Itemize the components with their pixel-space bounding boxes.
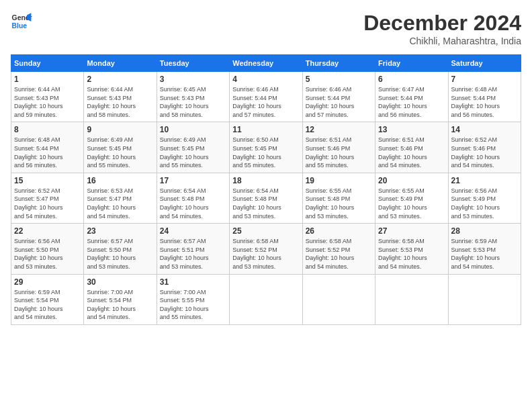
col-monday: Monday (84, 55, 157, 72)
col-sunday: Sunday (11, 55, 84, 72)
day-number: 5 (306, 75, 372, 84)
calendar-cell: 30Sunrise: 7:00 AM Sunset: 5:54 PM Dayli… (84, 274, 157, 324)
day-number: 6 (378, 75, 445, 84)
day-info: Sunrise: 6:59 AM Sunset: 5:53 PM Dayligh… (451, 237, 518, 271)
calendar-cell: 7Sunrise: 6:48 AM Sunset: 5:44 PM Daylig… (448, 72, 521, 122)
calendar-cell (375, 274, 448, 324)
calendar-cell: 12Sunrise: 6:51 AM Sunset: 5:46 PM Dayli… (302, 122, 375, 173)
day-info: Sunrise: 6:52 AM Sunset: 5:46 PM Dayligh… (451, 136, 518, 169)
calendar-cell: 28Sunrise: 6:59 AM Sunset: 5:53 PM Dayli… (448, 224, 521, 274)
day-info: Sunrise: 7:00 AM Sunset: 5:55 PM Dayligh… (160, 288, 226, 322)
svg-text:Blue: Blue (12, 22, 28, 30)
page-header: General Blue December 2024 Chikhli, Maha… (11, 11, 521, 46)
logo-icon: General Blue (11, 11, 32, 32)
day-info: Sunrise: 6:45 AM Sunset: 5:43 PM Dayligh… (160, 85, 226, 119)
day-info: Sunrise: 6:44 AM Sunset: 5:43 PM Dayligh… (14, 85, 81, 119)
calendar-cell: 21Sunrise: 6:56 AM Sunset: 5:49 PM Dayli… (448, 173, 521, 223)
day-number: 13 (378, 125, 445, 134)
day-number: 10 (160, 125, 226, 134)
calendar-cell: 20Sunrise: 6:55 AM Sunset: 5:49 PM Dayli… (375, 173, 448, 223)
calendar-cell: 25Sunrise: 6:58 AM Sunset: 5:52 PM Dayli… (230, 224, 302, 274)
day-info: Sunrise: 6:50 AM Sunset: 5:45 PM Dayligh… (232, 136, 299, 169)
day-number: 21 (451, 176, 518, 185)
day-number: 7 (451, 75, 518, 84)
col-wednesday: Wednesday (230, 55, 302, 72)
day-number: 28 (451, 226, 518, 236)
day-info: Sunrise: 6:58 AM Sunset: 5:53 PM Dayligh… (378, 237, 445, 271)
calendar-cell (302, 274, 375, 324)
calendar-cell: 18Sunrise: 6:54 AM Sunset: 5:48 PM Dayli… (230, 173, 302, 223)
calendar-week-4: 22Sunrise: 6:56 AM Sunset: 5:50 PM Dayli… (11, 224, 521, 274)
day-info: Sunrise: 6:44 AM Sunset: 5:43 PM Dayligh… (87, 85, 153, 119)
day-number: 17 (160, 176, 226, 185)
day-number: 23 (87, 226, 153, 236)
day-number: 4 (232, 75, 299, 84)
day-number: 16 (87, 176, 153, 185)
day-number: 2 (87, 75, 153, 84)
day-info: Sunrise: 6:46 AM Sunset: 5:44 PM Dayligh… (306, 85, 372, 119)
calendar-cell: 14Sunrise: 6:52 AM Sunset: 5:46 PM Dayli… (448, 122, 521, 173)
day-info: Sunrise: 6:48 AM Sunset: 5:44 PM Dayligh… (451, 85, 518, 119)
day-info: Sunrise: 6:51 AM Sunset: 5:46 PM Dayligh… (378, 136, 445, 169)
day-info: Sunrise: 6:47 AM Sunset: 5:44 PM Dayligh… (378, 85, 445, 119)
day-info: Sunrise: 6:56 AM Sunset: 5:49 PM Dayligh… (451, 187, 518, 220)
calendar-cell: 22Sunrise: 6:56 AM Sunset: 5:50 PM Dayli… (11, 224, 84, 274)
day-number: 24 (160, 226, 226, 236)
day-info: Sunrise: 7:00 AM Sunset: 5:54 PM Dayligh… (87, 288, 153, 322)
day-info: Sunrise: 6:49 AM Sunset: 5:45 PM Dayligh… (160, 136, 226, 169)
col-thursday: Thursday (302, 55, 375, 72)
day-number: 20 (378, 176, 445, 185)
day-number: 29 (14, 277, 81, 287)
calendar-week-5: 29Sunrise: 6:59 AM Sunset: 5:54 PM Dayli… (11, 274, 521, 324)
day-number: 12 (306, 125, 372, 134)
calendar-cell: 9Sunrise: 6:49 AM Sunset: 5:45 PM Daylig… (84, 122, 157, 173)
day-number: 1 (14, 75, 81, 84)
calendar-cell: 3Sunrise: 6:45 AM Sunset: 5:43 PM Daylig… (157, 72, 229, 122)
day-number: 8 (14, 125, 81, 134)
day-info: Sunrise: 6:51 AM Sunset: 5:46 PM Dayligh… (306, 136, 372, 169)
day-info: Sunrise: 6:54 AM Sunset: 5:48 PM Dayligh… (160, 187, 226, 220)
day-number: 19 (306, 176, 372, 185)
calendar-cell (448, 274, 521, 324)
day-info: Sunrise: 6:57 AM Sunset: 5:51 PM Dayligh… (160, 237, 226, 271)
calendar-cell: 24Sunrise: 6:57 AM Sunset: 5:51 PM Dayli… (157, 224, 229, 274)
day-info: Sunrise: 6:52 AM Sunset: 5:47 PM Dayligh… (14, 187, 81, 220)
calendar-cell: 2Sunrise: 6:44 AM Sunset: 5:43 PM Daylig… (84, 72, 157, 122)
location-subtitle: Chikhli, Maharashtra, India (363, 36, 521, 46)
day-info: Sunrise: 6:54 AM Sunset: 5:48 PM Dayligh… (232, 187, 299, 220)
day-number: 22 (14, 226, 81, 236)
calendar-week-3: 15Sunrise: 6:52 AM Sunset: 5:47 PM Dayli… (11, 173, 521, 223)
col-friday: Friday (375, 55, 448, 72)
calendar-cell: 15Sunrise: 6:52 AM Sunset: 5:47 PM Dayli… (11, 173, 84, 223)
calendar-cell: 29Sunrise: 6:59 AM Sunset: 5:54 PM Dayli… (11, 274, 84, 324)
calendar-cell: 10Sunrise: 6:49 AM Sunset: 5:45 PM Dayli… (157, 122, 229, 173)
calendar-cell: 31Sunrise: 7:00 AM Sunset: 5:55 PM Dayli… (157, 274, 229, 324)
calendar-cell: 27Sunrise: 6:58 AM Sunset: 5:53 PM Dayli… (375, 224, 448, 274)
calendar-cell: 1Sunrise: 6:44 AM Sunset: 5:43 PM Daylig… (11, 72, 84, 122)
day-info: Sunrise: 6:58 AM Sunset: 5:52 PM Dayligh… (306, 237, 372, 271)
day-number: 25 (232, 226, 299, 236)
calendar-cell: 13Sunrise: 6:51 AM Sunset: 5:46 PM Dayli… (375, 122, 448, 173)
day-number: 27 (378, 226, 445, 236)
col-saturday: Saturday (448, 55, 521, 72)
calendar-cell: 23Sunrise: 6:57 AM Sunset: 5:50 PM Dayli… (84, 224, 157, 274)
col-tuesday: Tuesday (157, 55, 229, 72)
calendar-cell: 19Sunrise: 6:55 AM Sunset: 5:48 PM Dayli… (302, 173, 375, 223)
day-info: Sunrise: 6:46 AM Sunset: 5:44 PM Dayligh… (232, 85, 299, 119)
calendar-cell: 8Sunrise: 6:48 AM Sunset: 5:44 PM Daylig… (11, 122, 84, 173)
calendar-cell: 16Sunrise: 6:53 AM Sunset: 5:47 PM Dayli… (84, 173, 157, 223)
day-info: Sunrise: 6:55 AM Sunset: 5:48 PM Dayligh… (306, 187, 372, 220)
day-number: 11 (232, 125, 299, 134)
day-info: Sunrise: 6:55 AM Sunset: 5:49 PM Dayligh… (378, 187, 445, 220)
calendar-cell: 11Sunrise: 6:50 AM Sunset: 5:45 PM Dayli… (230, 122, 302, 173)
day-info: Sunrise: 6:53 AM Sunset: 5:47 PM Dayligh… (87, 187, 153, 220)
logo: General Blue (11, 11, 32, 32)
day-number: 9 (87, 125, 153, 134)
calendar-week-1: 1Sunrise: 6:44 AM Sunset: 5:43 PM Daylig… (11, 72, 521, 122)
day-number: 14 (451, 125, 518, 134)
day-number: 26 (306, 226, 372, 236)
header-row: Sunday Monday Tuesday Wednesday Thursday… (11, 55, 521, 72)
day-info: Sunrise: 6:48 AM Sunset: 5:44 PM Dayligh… (14, 136, 81, 169)
calendar-cell: 17Sunrise: 6:54 AM Sunset: 5:48 PM Dayli… (157, 173, 229, 223)
day-info: Sunrise: 6:49 AM Sunset: 5:45 PM Dayligh… (87, 136, 153, 169)
